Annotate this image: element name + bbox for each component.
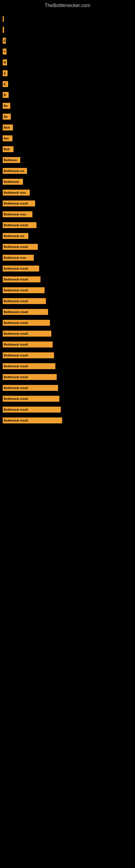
bar-row: Bottleneck resu xyxy=(3,189,132,196)
bar: Bot xyxy=(3,135,12,141)
bar-label: Bottleneck result xyxy=(4,202,28,205)
bar-row: F xyxy=(3,48,132,55)
bar-label: Bottleneck result xyxy=(4,408,28,411)
bar-row: Bott xyxy=(3,124,132,131)
bar: Bottleneck result xyxy=(3,341,53,347)
bar-row: Bottleneck result xyxy=(3,276,132,283)
bar: E xyxy=(3,38,6,44)
bar-row: Bottleneck result xyxy=(3,199,132,207)
bar-row: Bottleneck result xyxy=(3,243,132,251)
bar-label: Bottleneck result xyxy=(4,321,28,324)
bar: F xyxy=(3,49,6,55)
bar-row: Bottleneck result xyxy=(3,308,132,316)
bar-row: Bottleneck result xyxy=(3,362,132,370)
bar: Bottleneck xyxy=(3,179,23,185)
bar-row: Bottleneck result xyxy=(3,265,132,272)
bar-label: Bo xyxy=(4,104,8,107)
bar-label: E xyxy=(4,39,6,42)
bar: Bottleneck result xyxy=(3,266,39,272)
bar-row: B xyxy=(3,91,132,99)
bar-row: Bottleneck res xyxy=(3,167,132,175)
bar-label: Bot xyxy=(4,137,9,140)
bar-label: Bottleneck result xyxy=(4,245,28,248)
bar-label: Bottleneck result xyxy=(4,289,28,292)
bar xyxy=(3,27,4,33)
bar-row: Bo xyxy=(3,113,132,120)
bar-row: E xyxy=(3,37,132,44)
bar-row: Bottleneck result xyxy=(3,297,132,305)
bar-row: Bo xyxy=(3,102,132,110)
bar: Bo xyxy=(3,103,10,109)
bar-label: Bottleneck resu xyxy=(4,213,26,216)
bar: Bottleneck resu xyxy=(3,190,30,195)
bar-label: Bottleneck res xyxy=(4,235,24,238)
bar-label: Bott xyxy=(4,148,10,151)
bar-label: Bo xyxy=(4,115,8,118)
bar-label: Bottleneck result xyxy=(4,267,28,270)
bar-row: Bottleneck result xyxy=(3,373,132,381)
bar: Bottleneck result xyxy=(3,298,46,304)
bar-label: Bottleneck result xyxy=(4,278,28,281)
bar-label: Bottleneck res xyxy=(4,169,24,173)
bar: Bottleneck result xyxy=(3,331,51,337)
bar-row: Bottleneck result xyxy=(3,406,132,413)
bar-row: Bottleneck result xyxy=(3,351,132,359)
bar-label: Bottlenec xyxy=(4,158,17,162)
bar-row: Bottleneck result xyxy=(3,221,132,229)
bar-row: Bottleneck res xyxy=(3,232,132,240)
bar-row: Bottleneck result xyxy=(3,330,132,337)
bar: B xyxy=(3,59,7,65)
bar: E xyxy=(3,81,8,87)
bar xyxy=(3,16,4,22)
bar-label: Bottleneck result xyxy=(4,310,28,314)
bar: Bottleneck resu xyxy=(3,211,32,217)
bar: Bottleneck result xyxy=(3,320,50,326)
bar-label: Bottleneck result xyxy=(4,332,28,335)
bar-label: Bottleneck result xyxy=(4,397,28,400)
bar-row: Bottleneck result xyxy=(3,319,132,327)
bar-row: Bottleneck result xyxy=(3,341,132,348)
bar-row: B xyxy=(3,59,132,66)
site-title: TheBottlenecker.com xyxy=(0,0,135,10)
bar: Bottleneck result xyxy=(3,417,62,424)
bar: Bottleneck result xyxy=(3,244,38,250)
bar-label: Bottleneck result xyxy=(4,386,28,390)
bar: Bottleneck result xyxy=(3,276,41,282)
bar-row xyxy=(3,26,132,34)
bar: Bottleneck res xyxy=(3,168,27,174)
bar: E xyxy=(3,70,8,76)
bar-row: E xyxy=(3,80,132,88)
bar: Bottleneck result xyxy=(3,407,61,412)
bar: Bottleneck resu xyxy=(3,255,34,261)
bar-label: Bottleneck result xyxy=(4,419,28,422)
bar: Bottleneck result xyxy=(3,222,37,228)
bar-label: Bottleneck result xyxy=(4,223,28,227)
bar-row: Bott xyxy=(3,145,132,153)
bar-label: Bottleneck result xyxy=(4,300,28,303)
bar-label: E xyxy=(4,72,6,75)
bar-row: Bottleneck xyxy=(3,178,132,186)
bar: Bott xyxy=(3,124,13,130)
bar-row: Bot xyxy=(3,134,132,142)
bar-row: Bottleneck result xyxy=(3,384,132,392)
bar-label: B xyxy=(4,61,6,64)
bar: Bott xyxy=(3,146,13,152)
bar-row: Bottleneck resu xyxy=(3,211,132,218)
bar-row: Bottlenec xyxy=(3,156,132,164)
bar: Bottleneck result xyxy=(3,396,59,402)
bar-row: E xyxy=(3,69,132,77)
bar: Bottleneck result xyxy=(3,352,54,358)
bar: Bottleneck result xyxy=(3,200,35,207)
bar-label: Bottleneck result xyxy=(4,343,28,346)
bar: Bottleneck res xyxy=(3,233,28,239)
bar: Bottleneck result xyxy=(3,287,45,293)
bar-label: Bottleneck result xyxy=(4,354,28,357)
bar-label: Bottleneck resu xyxy=(4,256,26,259)
bar-row: Bottleneck result xyxy=(3,416,132,424)
bar: Bottleneck result xyxy=(3,309,48,315)
bar: Bottleneck result xyxy=(3,385,58,391)
bar-row: Bottleneck result xyxy=(3,286,132,294)
bar: Bottlenec xyxy=(3,157,20,163)
bar-row: Bottleneck result xyxy=(3,395,132,403)
bar-label: Bottleneck resu xyxy=(4,191,26,194)
